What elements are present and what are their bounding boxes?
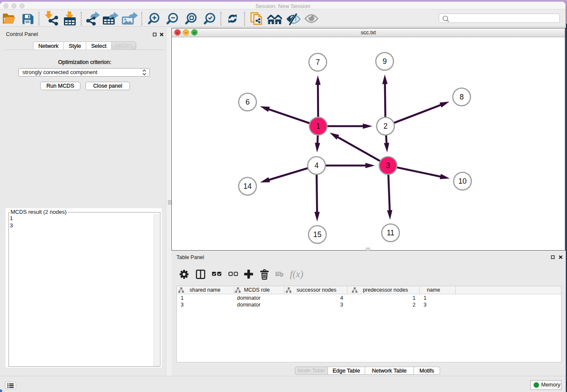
svg-text:1: 1 (316, 122, 320, 130)
svg-text:11: 11 (387, 229, 394, 237)
svg-text:9: 9 (383, 57, 387, 66)
svg-text:6: 6 (245, 98, 250, 106)
svg-text:15: 15 (313, 230, 321, 239)
svg-text:4: 4 (314, 161, 319, 170)
svg-text:7: 7 (316, 58, 320, 66)
svg-text:2: 2 (383, 122, 388, 130)
svg-text:f(x): f(x) (290, 269, 303, 279)
svg-text:10: 10 (458, 177, 467, 185)
svg-text:14: 14 (243, 182, 252, 190)
svg-text:3: 3 (386, 161, 390, 170)
svg-text:8: 8 (460, 93, 464, 101)
